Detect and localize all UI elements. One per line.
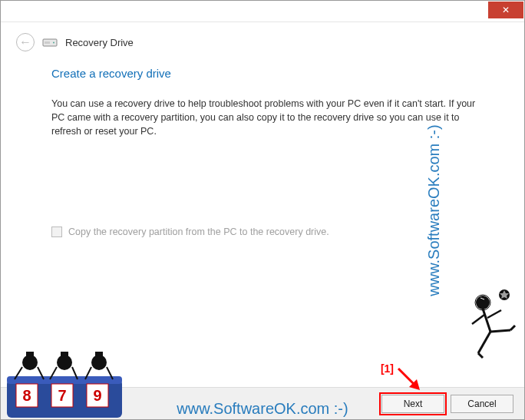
svg-point-35: [499, 289, 510, 300]
cancel-button[interactable]: Cancel: [451, 395, 513, 413]
svg-point-7: [22, 355, 38, 370]
annotation-arrow-icon: [395, 365, 426, 396]
svg-rect-16: [95, 352, 103, 356]
svg-line-33: [490, 330, 510, 332]
svg-line-31: [478, 332, 490, 353]
page-heading: Create a recovery drive: [51, 67, 480, 80]
svg-line-13: [50, 367, 57, 379]
svg-rect-2: [45, 41, 50, 44]
checkbox-label: Copy the recovery partition from the PC …: [68, 227, 329, 237]
svg-line-34: [510, 326, 515, 330]
annotation-label: [1]: [381, 362, 394, 375]
copy-partition-checkbox: Copy the recovery partition from the PC …: [51, 227, 480, 237]
svg-point-26: [475, 295, 490, 310]
svg-line-14: [72, 367, 78, 379]
back-arrow-icon: ←: [19, 35, 31, 49]
checkbox-icon: [51, 227, 62, 237]
svg-point-1: [53, 42, 54, 44]
svg-line-32: [478, 353, 483, 358]
svg-point-15: [91, 355, 107, 370]
wizard-header: ← Recovery Drive: [1, 22, 524, 61]
svg-rect-8: [26, 352, 34, 356]
close-icon: ✕: [502, 5, 510, 15]
drive-icon: [42, 37, 58, 48]
page-description: You can use a recovery drive to help tro…: [51, 97, 480, 138]
svg-line-30: [487, 310, 501, 318]
svg-line-29: [472, 315, 484, 324]
svg-point-25: [476, 296, 490, 309]
back-button: ←: [16, 33, 35, 51]
next-button[interactable]: Next: [381, 395, 444, 413]
svg-line-17: [85, 367, 91, 379]
wizard-content: Create a recovery drive You can use a re…: [1, 61, 524, 253]
svg-line-10: [38, 367, 44, 379]
wizard-footer: Next Cancel: [1, 387, 524, 419]
svg-line-27: [480, 298, 484, 299]
close-button[interactable]: ✕: [488, 2, 523, 18]
titlebar: ✕: [1, 1, 524, 22]
svg-rect-12: [61, 352, 68, 356]
wizard-title: Recovery Drive: [65, 37, 134, 48]
cartoon-kicker-icon: [467, 287, 523, 379]
svg-point-11: [57, 355, 72, 370]
svg-line-28: [483, 309, 490, 332]
svg-line-9: [15, 367, 22, 379]
svg-line-18: [107, 367, 113, 379]
svg-rect-6: [7, 376, 122, 384]
